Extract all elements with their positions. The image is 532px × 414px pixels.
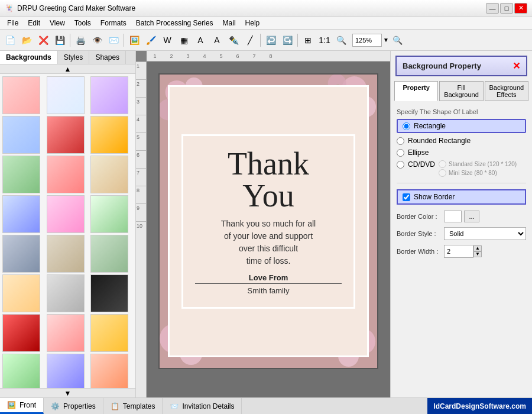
show-border-checkbox[interactable] — [403, 193, 410, 201]
ellipse-option[interactable]: Ellipse — [397, 148, 526, 157]
bg-thumb-14[interactable] — [47, 235, 85, 273]
rounded-rectangle-radio[interactable] — [397, 137, 404, 145]
bg-thumb-4[interactable] — [2, 116, 40, 154]
mini-size-radio[interactable] — [439, 169, 446, 177]
print-preview-button[interactable]: 👁️ — [89, 33, 105, 48]
bg-thumb-22[interactable] — [2, 354, 40, 388]
property-close-button[interactable]: ✕ — [512, 60, 520, 72]
status-invitation-tab[interactable]: 📨 Invitation Details — [163, 398, 242, 414]
menu-file[interactable]: File — [2, 18, 23, 28]
barcode-button[interactable]: ▦ — [176, 33, 192, 48]
bg-thumb-18[interactable] — [90, 274, 128, 312]
tab-fill-background[interactable]: Fill Background — [439, 81, 483, 101]
redo-button[interactable]: ↪️ — [280, 33, 295, 48]
cd-dvd-radio[interactable] — [397, 161, 404, 169]
tab-shapes[interactable]: Shapes — [89, 51, 126, 64]
tab-backgrounds[interactable]: Backgrounds — [0, 51, 58, 64]
bg-thumb-11[interactable] — [47, 195, 85, 233]
bg-thumb-21[interactable] — [90, 314, 128, 352]
undo-button[interactable]: ↩️ — [263, 33, 278, 48]
ellipse-radio[interactable] — [397, 149, 404, 157]
scroll-down-arrow[interactable]: ▼ — [0, 388, 135, 397]
bg-thumb-7[interactable] — [2, 156, 40, 193]
menu-tools[interactable]: Tools — [70, 18, 96, 28]
open-button[interactable]: 📂 — [19, 33, 34, 48]
bg-thumb-12[interactable] — [90, 195, 128, 233]
border-color-box[interactable] — [444, 211, 462, 222]
text-button[interactable]: A — [193, 33, 208, 48]
text2-button[interactable]: A — [209, 33, 225, 48]
zoom-out-button[interactable]: 🔍 — [390, 33, 406, 48]
rectangle-option[interactable]: Rectangle — [397, 119, 526, 133]
bg-thumb-1[interactable] — [2, 76, 40, 114]
border-color-more-button[interactable]: ... — [464, 211, 479, 222]
image-button[interactable]: 🖼️ — [126, 33, 142, 48]
word-button[interactable]: W — [160, 33, 175, 48]
tab-background-effects[interactable]: Background Effects — [485, 81, 528, 101]
bg-thumb-8[interactable] — [47, 156, 85, 193]
toolbar: 📄 📂 ❌ 💾 🖨️ 👁️ ✉️ 🖼️ 🖌️ W ▦ A A ✒️ ╱ ↩️ ↪… — [0, 30, 532, 51]
cd-dvd-option[interactable]: CD/DVD — [397, 160, 435, 169]
bg-thumb-19[interactable] — [2, 314, 40, 352]
status-front-tab[interactable]: 🖼️ Front — [0, 398, 44, 414]
scroll-up-arrow[interactable]: ▲ — [0, 64, 135, 74]
menu-batch-processing[interactable]: Batch Processing Series — [131, 18, 218, 28]
right-panel: Background Property ✕ Property Fill Back… — [390, 51, 532, 397]
print-button[interactable]: 🖨️ — [73, 33, 88, 48]
bg-thumb-20[interactable] — [47, 314, 85, 352]
rounded-rectangle-option[interactable]: Rounded Rectangle — [397, 137, 526, 145]
minimize-button[interactable]: — — [486, 3, 499, 14]
line-button[interactable]: ╱ — [242, 33, 258, 48]
standard-size-radio[interactable] — [439, 160, 446, 168]
bg-thumb-24[interactable] — [90, 354, 128, 388]
ratio-button[interactable]: 1:1 — [317, 33, 332, 48]
bg-thumb-13[interactable] — [2, 235, 40, 273]
menu-formats[interactable]: Formats — [96, 18, 131, 28]
new-button[interactable]: 📄 — [2, 33, 18, 48]
tab-styles[interactable]: Styles — [58, 51, 90, 64]
bg-thumb-15[interactable] — [90, 235, 128, 273]
bg-thumb-6[interactable] — [90, 116, 128, 154]
zoom-in-button[interactable]: 🔍 — [333, 33, 349, 48]
status-templates-tab[interactable]: 📋 Templates — [103, 398, 163, 414]
align-button[interactable]: ⊞ — [300, 33, 316, 48]
border-width-down-button[interactable]: ▼ — [473, 251, 482, 257]
border-width-up-button[interactable]: ▲ — [473, 245, 482, 251]
bg-thumb-2[interactable] — [47, 76, 85, 114]
window-controls: — □ ✕ — [486, 3, 527, 14]
bg-thumb-5[interactable] — [47, 116, 85, 154]
bg-thumb-10[interactable] — [2, 195, 40, 233]
menu-mail[interactable]: Mail — [218, 18, 241, 28]
rectangle-radio[interactable] — [403, 122, 410, 130]
menu-help[interactable]: Help — [241, 18, 265, 28]
card-love-from: Love From — [195, 273, 342, 284]
border-width-input[interactable] — [444, 245, 473, 258]
rectangle-label: Rectangle — [414, 122, 446, 130]
card-canvas[interactable]: Thank You Thank you so much for allof yo… — [158, 73, 378, 369]
close-doc-button[interactable]: ❌ — [35, 33, 51, 48]
show-border-row[interactable]: Show Border — [397, 189, 526, 205]
menu-edit[interactable]: Edit — [23, 18, 45, 28]
save-button[interactable]: 💾 — [52, 33, 67, 48]
bg-thumb-17[interactable] — [47, 274, 85, 312]
email-button[interactable]: ✉️ — [106, 33, 121, 48]
paint-button[interactable]: 🖌️ — [143, 33, 158, 48]
status-properties-tab[interactable]: ⚙️ Properties — [44, 398, 103, 414]
bg-thumb-23[interactable] — [47, 354, 85, 388]
zoom-input[interactable]: 125% — [352, 34, 382, 47]
close-button[interactable]: ✕ — [514, 3, 527, 14]
bg-thumb-9[interactable] — [90, 156, 128, 193]
tab-property[interactable]: Property — [394, 81, 438, 101]
ruler-horizontal: 1 2 3 4 5 6 7 8 — [147, 51, 390, 62]
bg-thumb-16[interactable] — [2, 274, 40, 312]
bg-thumb-3[interactable] — [90, 76, 128, 114]
standard-size-label: Standard Size (120 * 120) — [449, 161, 517, 167]
signature-button[interactable]: ✒️ — [226, 33, 241, 48]
separator-1 — [70, 34, 70, 47]
menu-view[interactable]: View — [45, 18, 70, 28]
canvas-scroll[interactable]: Thank You Thank you so much for allof yo… — [147, 62, 390, 397]
maximize-button[interactable]: □ — [500, 3, 513, 14]
border-width-spinner: ▲ ▼ — [473, 245, 482, 257]
zoom-dropdown-icon[interactable]: ▼ — [383, 37, 389, 43]
border-style-select[interactable]: Solid Dashed Dotted Double — [444, 227, 526, 240]
